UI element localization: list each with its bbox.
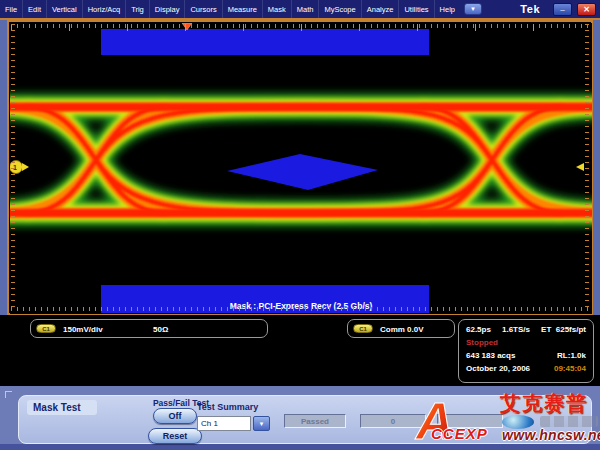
mask-test-panel: Mask Test Pass/Fail Test Off Reset Test … <box>18 395 592 444</box>
panel-bottom-band <box>0 444 600 450</box>
readout-strip: C1 150mV/div 50Ω C1 Comm 0.0V 62.5ps 1.6… <box>0 315 600 386</box>
menu-math[interactable]: Math <box>292 0 320 18</box>
summary-channel-dropdown-button[interactable]: ▼ <box>253 416 270 431</box>
timebase: 62.5ps <box>466 325 491 334</box>
ticks-top-major <box>11 24 591 31</box>
chevron-down-icon: ▼ <box>470 6 476 12</box>
eye-diagram: 1 Mask : PCI-Express Recv (2.5 Gb/s) <box>10 23 592 314</box>
minimize-button[interactable]: – <box>553 3 572 16</box>
tek-logo: Tek <box>520 3 540 15</box>
offset-value: Comm 0.0V <box>380 325 424 334</box>
acq-status: Stopped <box>466 338 498 347</box>
et-label: ET <box>541 325 551 334</box>
mask-top-region <box>101 29 429 55</box>
passfail-off-button[interactable]: Off <box>153 408 197 424</box>
summary-channel-select[interactable]: Ch 1 <box>197 416 251 431</box>
ticks-bottom <box>11 307 591 311</box>
close-button[interactable]: ✕ <box>577 3 596 16</box>
waveform-display: 1 Mask : PCI-Express Recv (2.5 Gb/s) <box>7 20 593 315</box>
channel-badge: C1 <box>36 324 56 333</box>
menu-file[interactable]: File <box>0 0 23 18</box>
test-count-field: 0 <box>360 414 426 428</box>
menu-edit[interactable]: Edit <box>23 0 47 18</box>
menu-cursors[interactable]: Cursors <box>185 0 222 18</box>
menu-utilities[interactable]: Utilities <box>399 0 434 18</box>
panel-resize-handle[interactable] <box>5 391 12 398</box>
acquisition-readout: 62.5ps 1.6TS/s ET 625fs/pt Stopped 643 1… <box>458 319 594 383</box>
chevron-down-icon: ▼ <box>259 421 265 427</box>
menu-overflow-button[interactable]: ▼ <box>464 3 482 15</box>
menu-help[interactable]: Help <box>435 0 460 18</box>
menu-mask[interactable]: Mask <box>263 0 292 18</box>
ch1-offset-readout: C1 Comm 0.0V <box>347 319 455 338</box>
vertical-scale: 150mV/div <box>63 325 103 334</box>
ticks-left <box>11 24 15 311</box>
resolution: 625fs/pt <box>556 325 586 334</box>
menu-vertical[interactable]: Vertical <box>47 0 83 18</box>
acq-count: 643 183 acqs <box>466 351 515 360</box>
test-extra-field <box>437 414 503 428</box>
impedance: 50Ω <box>153 325 168 334</box>
ch1-scale-readout: C1 150mV/div 50Ω <box>30 319 268 338</box>
date: October 20, 2006 <box>466 364 530 373</box>
menu-trig[interactable]: Trig <box>126 0 150 18</box>
passfail-reset-button[interactable]: Reset <box>148 428 202 444</box>
test-summary-label: Test Summary <box>197 402 258 412</box>
menu-horiz-acq[interactable]: Horiz/Acq <box>83 0 127 18</box>
menu-display[interactable]: Display <box>150 0 186 18</box>
sample-rate: 1.6TS/s <box>502 325 530 334</box>
minimize-icon: – <box>560 5 564 14</box>
close-icon: ✕ <box>583 5 590 14</box>
record-length: RL:1.0k <box>557 351 586 360</box>
menu-measure[interactable]: Measure <box>223 0 263 18</box>
menu-analyze[interactable]: Analyze <box>362 0 400 18</box>
time: 09:45:04 <box>554 364 586 373</box>
channel-badge: C1 <box>353 324 373 333</box>
menu-bar: File Edit Vertical Horiz/Acq Trig Displa… <box>0 0 600 18</box>
menu-myscope[interactable]: MyScope <box>319 0 361 18</box>
test-status-field: Passed <box>284 414 346 428</box>
oscilloscope-screen: File Edit Vertical Horiz/Acq Trig Displa… <box>0 0 600 450</box>
panel-title: Mask Test <box>27 400 97 415</box>
ticks-right <box>585 24 589 311</box>
